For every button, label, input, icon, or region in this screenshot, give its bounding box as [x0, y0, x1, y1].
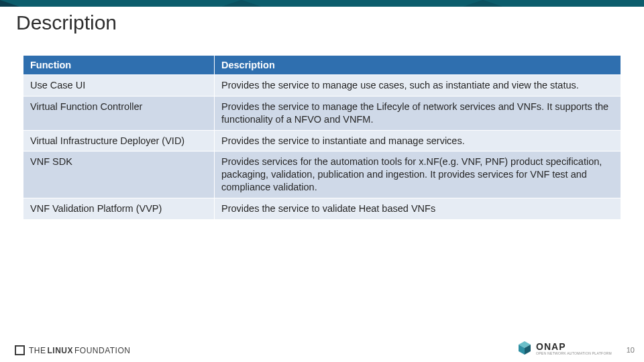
- onap-cube-icon: [517, 341, 532, 355]
- table-row: VNF Validation Platform (VVP) Provides t…: [23, 198, 621, 219]
- title-banner: Description: [0, 0, 644, 42]
- main-content: Function Description Use Case UI Provide…: [0, 42, 644, 220]
- col-header-description: Description: [215, 56, 621, 75]
- cell-function: VNF SDK: [23, 152, 215, 198]
- cell-description: Provides the service to validate Heat ba…: [215, 198, 621, 219]
- cell-function: Virtual Function Controller: [23, 96, 215, 130]
- function-table: Function Description Use Case UI Provide…: [23, 55, 621, 220]
- linux-foundation-logo: THELINUXFOUNDATION: [15, 345, 130, 355]
- cell-function: Virtual Infrastructure Deployer (VID): [23, 130, 215, 152]
- cell-description: Provides the service to instantiate and …: [215, 130, 621, 152]
- page-number: 10: [627, 346, 635, 354]
- onap-sublabel: OPEN NETWORK AUTOMATION PLATFORM: [536, 352, 612, 355]
- lf-text: THELINUXFOUNDATION: [29, 346, 130, 355]
- cell-function: VNF Validation Platform (VVP): [23, 198, 215, 219]
- table-row: Use Case UI Provides the service to mana…: [23, 75, 621, 97]
- lf-square-icon: [15, 345, 25, 355]
- onap-label: ONAP: [536, 341, 566, 352]
- table-row: Virtual Infrastructure Deployer (VID) Pr…: [23, 130, 621, 152]
- col-header-function: Function: [23, 56, 215, 75]
- table-row: VNF SDK Provides services for the automa…: [23, 152, 621, 198]
- cell-description: Provides services for the automation too…: [215, 152, 621, 198]
- cell-description: Provides the service to manage use cases…: [215, 75, 621, 97]
- table-row: Virtual Function Controller Provides the…: [23, 96, 621, 130]
- cell-function: Use Case UI: [23, 75, 215, 97]
- page-title: Description: [16, 9, 251, 42]
- cell-description: Provides the service to manage the Lifec…: [215, 96, 621, 130]
- onap-logo: ONAP OPEN NETWORK AUTOMATION PLATFORM: [517, 341, 612, 355]
- footer: THELINUXFOUNDATION ONAP OPEN NETWORK AUT…: [0, 335, 644, 362]
